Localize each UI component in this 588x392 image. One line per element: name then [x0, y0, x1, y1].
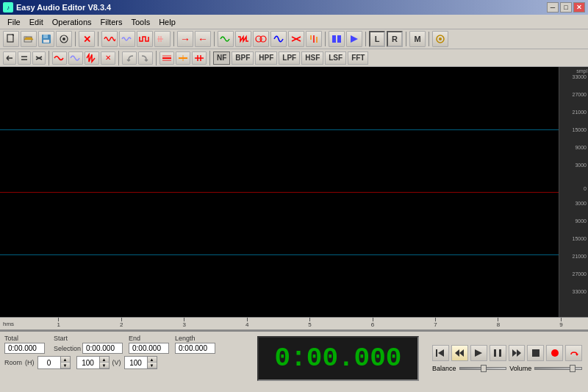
fast-forward-button[interactable]	[509, 345, 526, 361]
maximize-button[interactable]: □	[560, 2, 572, 13]
v-down-arrow[interactable]: ▼	[148, 363, 157, 368]
wave10-button[interactable]	[306, 31, 322, 47]
app-title: Easy Audio Editor V8.3.4	[16, 3, 111, 12]
tb2-btn3[interactable]	[32, 51, 46, 65]
svg-rect-21	[337, 35, 341, 43]
svg-rect-5	[43, 40, 49, 43]
sep3	[173, 32, 174, 46]
toolbar-main: ✕ → ← L R M	[0, 29, 588, 49]
svg-point-24	[439, 38, 442, 40]
menu-filters[interactable]: Filters	[96, 16, 127, 28]
menu-operations[interactable]: Operations	[48, 16, 96, 28]
loop-button[interactable]	[565, 345, 582, 361]
play-button[interactable]	[470, 345, 487, 361]
tb2-curveR[interactable]	[138, 51, 153, 65]
filter-bpf[interactable]: BPF	[232, 51, 254, 65]
go-start-button[interactable]	[432, 345, 449, 361]
volume-thumb[interactable]	[570, 365, 576, 372]
sep1	[75, 32, 76, 46]
menu-file[interactable]: File	[3, 16, 25, 28]
new-button[interactable]	[3, 31, 19, 47]
length-value: 0:00.000	[175, 343, 215, 354]
balance-thumb[interactable]	[481, 365, 487, 372]
tb2-cross[interactable]: ✕	[101, 51, 115, 65]
h-spinbox[interactable]: ▲ ▼	[37, 356, 71, 369]
center-line	[0, 192, 559, 193]
wave4-button[interactable]	[154, 31, 171, 47]
open-button[interactable]	[21, 31, 37, 47]
tb2-wave1[interactable]	[52, 51, 67, 65]
wave9-button[interactable]	[288, 31, 304, 47]
v-up-arrow[interactable]: ▲	[148, 357, 157, 363]
tb2-sep3	[156, 51, 157, 65]
waveform-area[interactable]: smpl 33000 27000 21000 15000 9000 3000 0…	[0, 67, 588, 317]
tb2-curveL[interactable]	[122, 51, 137, 65]
tb2-btn1[interactable]	[3, 51, 16, 65]
pct1-input[interactable]	[77, 359, 99, 367]
pct1-up-arrow[interactable]: ▲	[100, 357, 109, 363]
menu-edit[interactable]: Edit	[25, 16, 48, 28]
filter-nf[interactable]: NF	[213, 51, 230, 65]
h-input[interactable]	[38, 359, 60, 367]
arrow-left-button[interactable]: ←	[195, 31, 211, 47]
wave1-button[interactable]	[101, 31, 118, 47]
waveform-canvas[interactable]	[0, 67, 559, 317]
stop-button[interactable]	[527, 345, 544, 361]
balance-slider[interactable]	[459, 367, 507, 370]
tb2-wave2[interactable]	[68, 51, 83, 65]
svg-marker-48	[517, 349, 521, 357]
tb-stop-button[interactable]	[329, 31, 345, 47]
mono-button[interactable]: M	[409, 31, 426, 47]
wave3-button[interactable]	[137, 31, 153, 47]
menu-help[interactable]: Help	[154, 16, 180, 28]
arrow-right-button[interactable]: →	[177, 31, 193, 47]
properties-button[interactable]	[56, 31, 72, 47]
filter-lsf[interactable]: LSF	[325, 51, 346, 65]
tb2-ch3[interactable]	[192, 51, 207, 65]
h-up-arrow[interactable]: ▲	[61, 357, 70, 363]
total-field: Total 0:00.000	[4, 335, 45, 354]
left-channel-button[interactable]: L	[369, 31, 385, 47]
delete-button[interactable]: ✕	[79, 31, 95, 47]
scale-bar: smpl 33000 27000 21000 15000 9000 3000 0…	[559, 67, 588, 317]
scale-27000-bot: 27000	[573, 271, 587, 277]
tb-play-button[interactable]	[346, 31, 362, 47]
save-button[interactable]	[38, 31, 54, 47]
menu-tools[interactable]: Tools	[126, 16, 154, 28]
filter-lpf[interactable]: LPF	[279, 51, 300, 65]
tb2-ch1[interactable]	[159, 51, 174, 65]
balance-volume-row: Balance Volume	[432, 365, 582, 372]
settings-button[interactable]	[432, 31, 448, 47]
wave7-button[interactable]	[253, 31, 269, 47]
wave2-button[interactable]	[119, 31, 135, 47]
sep2	[98, 32, 98, 46]
close-button[interactable]: ✕	[573, 2, 585, 13]
tb2-btn2[interactable]	[18, 51, 31, 65]
wave8-button[interactable]	[270, 31, 287, 47]
filter-hpf[interactable]: HPF	[255, 51, 277, 65]
volume-slider[interactable]	[534, 367, 582, 370]
total-value: 0:00.000	[4, 343, 45, 354]
wave5-button[interactable]	[218, 31, 234, 47]
tick-6: 6	[371, 318, 374, 328]
record-button[interactable]	[546, 345, 563, 361]
pause-button[interactable]	[490, 345, 506, 361]
v-spinbox[interactable]: ▲ ▼	[124, 356, 157, 369]
scale-3000-top: 3000	[575, 163, 587, 168]
h-down-arrow[interactable]: ▼	[61, 363, 70, 368]
menu-bar: File Edit Operations Filters Tools Help	[0, 15, 588, 29]
end-field: End 0:00.000	[129, 335, 169, 354]
filter-hsf[interactable]: HSF	[301, 51, 323, 65]
filter-fft[interactable]: FFT	[348, 51, 368, 65]
fast-back-button[interactable]	[451, 345, 468, 361]
pct1-spinbox[interactable]: ▲ ▼	[76, 356, 110, 369]
room-row: Room (H) ▲ ▼ ▲ ▼ (V) ▲	[4, 356, 245, 369]
tb2-sep4	[209, 51, 210, 65]
tb2-wave3[interactable]	[85, 51, 99, 65]
minimize-button[interactable]: ─	[547, 2, 559, 13]
v-input[interactable]	[125, 359, 147, 367]
wave6-button[interactable]	[235, 31, 251, 47]
pct1-down-arrow[interactable]: ▼	[100, 363, 109, 368]
right-channel-button[interactable]: R	[387, 31, 403, 47]
tb2-ch2[interactable]	[176, 51, 190, 65]
